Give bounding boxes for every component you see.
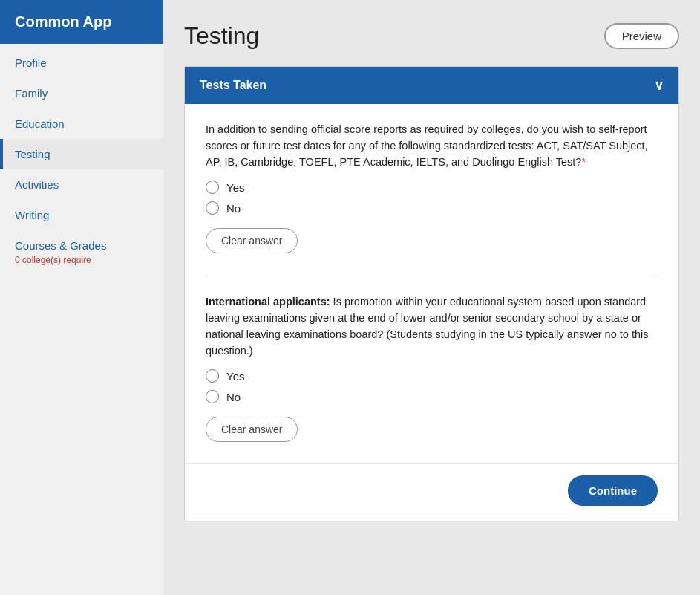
sidebar-link-family[interactable]: Family <box>0 78 163 108</box>
sidebar-link-activities[interactable]: Activities <box>0 169 163 200</box>
tests-taken-card: Tests Taken ∨ In addition to sending off… <box>184 66 679 521</box>
question1-no-label[interactable]: No <box>226 202 241 215</box>
sidebar-item-testing[interactable]: Testing <box>0 139 163 169</box>
question1-text: In addition to sending official score re… <box>206 122 658 170</box>
sidebar-item-education[interactable]: Education <box>0 108 163 139</box>
question1-yes-radio[interactable] <box>206 181 219 194</box>
question2-radio-group: Yes No <box>206 369 658 403</box>
sidebar-item-profile[interactable]: Profile <box>0 48 163 78</box>
sidebar-item-family[interactable]: Family <box>0 78 163 108</box>
active-indicator <box>0 139 3 169</box>
sidebar-link-testing[interactable]: Testing <box>0 139 163 169</box>
question2-clear-button[interactable]: Clear answer <box>206 417 298 442</box>
question2-bold-text: International applicants: <box>206 296 330 308</box>
question1-required-marker: * <box>581 156 586 168</box>
continue-button[interactable]: Continue <box>568 475 658 506</box>
question1-no-option[interactable]: No <box>206 201 658 215</box>
question2-yes-option[interactable]: Yes <box>206 369 658 383</box>
sidebar-item-activities[interactable]: Activities <box>0 169 163 200</box>
question-divider <box>206 276 658 276</box>
page-title: Testing <box>184 22 259 50</box>
sidebar-item-writing[interactable]: Writing <box>0 200 163 230</box>
card-body: In addition to sending official score re… <box>185 104 678 463</box>
sidebar-link-education[interactable]: Education <box>0 108 163 139</box>
question2-yes-radio[interactable] <box>206 369 219 383</box>
question2-yes-label[interactable]: Yes <box>226 370 244 383</box>
question2-no-label[interactable]: No <box>226 391 241 403</box>
question2-no-radio[interactable] <box>206 390 219 403</box>
card-title: Tests Taken <box>200 79 266 92</box>
sidebar-item-courses[interactable]: Courses & Grades 0 college(s) require <box>0 230 163 271</box>
card-footer: Continue <box>185 463 678 521</box>
chevron-down-icon[interactable]: ∨ <box>654 77 664 94</box>
app-name: Common App <box>15 13 111 30</box>
sidebar-link-writing[interactable]: Writing <box>0 200 163 230</box>
page-header: Testing Preview <box>184 22 679 50</box>
question2-text: International applicants: Is promotion w… <box>206 294 658 359</box>
question1-no-radio[interactable] <box>206 201 219 215</box>
question1-yes-option[interactable]: Yes <box>206 181 658 194</box>
question1-block: In addition to sending official score re… <box>206 122 658 253</box>
sidebar: Common App Profile Family Education Test… <box>0 0 163 595</box>
card-header: Tests Taken ∨ <box>185 67 678 104</box>
preview-button[interactable]: Preview <box>604 23 679 49</box>
question1-yes-label[interactable]: Yes <box>226 181 244 194</box>
question2-no-option[interactable]: No <box>206 390 658 403</box>
sidebar-link-profile[interactable]: Profile <box>0 48 163 78</box>
question2-block: International applicants: Is promotion w… <box>206 294 658 442</box>
courses-sub-text: 0 college(s) require <box>0 255 163 271</box>
main-content: Testing Preview Tests Taken ∨ In additio… <box>163 0 700 595</box>
sidebar-nav: Profile Family Education Testing Activit… <box>0 48 163 271</box>
question1-clear-button[interactable]: Clear answer <box>206 228 298 253</box>
question1-radio-group: Yes No <box>206 181 658 215</box>
app-logo: Common App <box>0 0 163 44</box>
